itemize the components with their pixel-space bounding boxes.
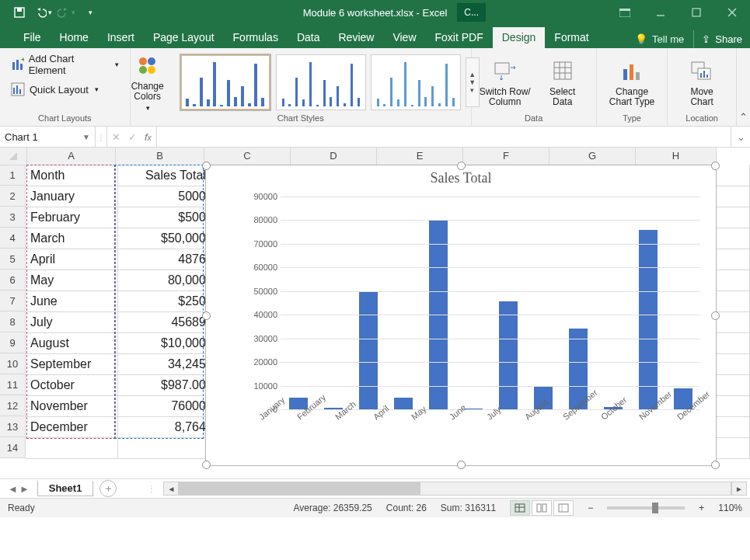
sheet-tab-resize[interactable]: ⋮ xyxy=(148,485,160,493)
cell-B4[interactable]: $50,000 xyxy=(118,228,211,249)
col-header-A[interactable]: A xyxy=(27,148,116,165)
resize-handle-w[interactable] xyxy=(202,311,211,320)
change-chart-type-button[interactable]: Change Chart Type xyxy=(606,57,658,107)
cell-A6[interactable]: May xyxy=(26,270,118,291)
switch-row-column-button[interactable]: Switch Row/ Column xyxy=(480,57,531,107)
select-all-corner[interactable] xyxy=(0,148,27,165)
chart-style-1[interactable] xyxy=(180,54,271,111)
cell-A9[interactable]: August xyxy=(26,332,118,354)
zoom-percent[interactable]: 110% xyxy=(718,503,742,513)
tab-review[interactable]: Review xyxy=(330,27,384,48)
cell-A5[interactable]: April xyxy=(26,249,118,270)
cell-B6[interactable]: 80,000 xyxy=(118,270,211,291)
zoom-out[interactable]: − xyxy=(588,503,593,513)
cell-B12[interactable]: 76000 xyxy=(118,395,211,417)
chevron-down-icon[interactable]: ▼ xyxy=(82,133,90,141)
cell-B14[interactable] xyxy=(118,437,211,459)
ribbon-display-options-icon[interactable] xyxy=(607,0,643,25)
change-colors-button[interactable]: Change Colors▾ xyxy=(122,52,173,113)
row-header-3[interactable]: 3 xyxy=(0,207,26,228)
cell-B7[interactable]: $250 xyxy=(118,290,211,312)
row-header-13[interactable]: 13 xyxy=(0,416,26,437)
quick-layout-button[interactable]: Quick Layout▾ xyxy=(8,81,102,98)
tab-page-layout[interactable]: Page Layout xyxy=(144,27,224,48)
chart-bar-july[interactable] xyxy=(499,301,518,409)
select-data-button[interactable]: Select Data xyxy=(537,57,588,107)
cell-A2[interactable]: January xyxy=(26,186,118,207)
tell-me[interactable]: 💡Tell me xyxy=(627,30,692,48)
resize-handle-n[interactable] xyxy=(457,162,466,170)
cell-B3[interactable]: $500 xyxy=(118,207,211,228)
hscroll-thumb[interactable] xyxy=(180,482,420,495)
view-normal[interactable] xyxy=(510,500,530,516)
name-box[interactable]: Chart 1▼ xyxy=(0,127,96,147)
resize-handle-e[interactable] xyxy=(711,311,720,320)
embedded-chart[interactable]: Sales Total 0100002000030000400005000060… xyxy=(205,165,717,466)
save-icon[interactable] xyxy=(9,2,30,23)
cell-A13[interactable]: December xyxy=(26,416,118,438)
row-header-5[interactable]: 5 xyxy=(0,249,26,270)
col-header-D[interactable]: D xyxy=(291,148,377,165)
zoom-slider-knob[interactable] xyxy=(652,503,658,513)
share-button[interactable]: ⇪Share xyxy=(693,30,750,48)
cancel-formula-icon[interactable]: ✕ xyxy=(112,131,120,143)
sheet-nav-prev[interactable]: ◄ xyxy=(8,483,18,495)
cell-A3[interactable]: February xyxy=(26,207,118,228)
cell-B9[interactable]: $10,000 xyxy=(118,332,211,354)
formula-bar-expand[interactable]: ⌄ xyxy=(731,127,750,147)
cell-A14[interactable] xyxy=(26,437,118,459)
formula-bar-input[interactable] xyxy=(157,127,731,147)
tab-foxit-pdf[interactable]: Foxit PDF xyxy=(426,27,493,48)
cell-B13[interactable]: 8,764 xyxy=(118,416,211,438)
cell-B10[interactable]: 34,245 xyxy=(118,353,211,375)
col-header-H[interactable]: H xyxy=(636,148,717,165)
col-header-B[interactable]: B xyxy=(116,148,204,165)
tab-formulas[interactable]: Formulas xyxy=(224,27,288,48)
row-header-10[interactable]: 10 xyxy=(0,353,26,374)
col-header-C[interactable]: C xyxy=(204,148,291,165)
tab-data[interactable]: Data xyxy=(288,27,330,48)
chart-bar-march[interactable] xyxy=(359,291,378,409)
row-header-4[interactable]: 4 xyxy=(0,228,26,249)
cell-B1[interactable]: Sales Total xyxy=(118,165,211,186)
hscroll-right[interactable]: ► xyxy=(731,482,747,496)
row-header-1[interactable]: 1 xyxy=(0,165,26,186)
contextual-tab-chart-tools[interactable]: C... xyxy=(457,3,486,22)
sheet-tab-sheet1[interactable]: Sheet1 xyxy=(37,481,94,496)
cell-A10[interactable]: September xyxy=(26,353,118,375)
cell-A4[interactable]: March xyxy=(26,228,118,249)
resize-handle-nw[interactable] xyxy=(202,162,211,170)
tab-file[interactable]: File xyxy=(14,27,51,48)
add-chart-element-button[interactable]: +Add Chart Element▾ xyxy=(8,51,122,78)
col-header-G[interactable]: G xyxy=(549,148,636,165)
resize-handle-ne[interactable] xyxy=(711,162,720,170)
cell-A12[interactable]: November xyxy=(26,395,118,417)
add-sheet-button[interactable]: ＋ xyxy=(99,480,117,497)
enter-formula-icon[interactable]: ✓ xyxy=(128,131,137,143)
minimize-button[interactable] xyxy=(643,0,678,25)
resize-handle-se[interactable] xyxy=(711,461,720,469)
view-page-layout[interactable] xyxy=(532,500,552,516)
move-chart-button[interactable]: Move Chart xyxy=(676,57,727,107)
cell-B2[interactable]: 5000 xyxy=(118,186,211,207)
tab-view[interactable]: View xyxy=(383,27,425,48)
cell-A7[interactable]: June xyxy=(26,290,118,312)
close-button[interactable] xyxy=(714,0,750,25)
row-header-7[interactable]: 7 xyxy=(0,290,26,311)
hscroll-track[interactable] xyxy=(179,482,731,496)
row-header-6[interactable]: 6 xyxy=(0,270,26,290)
resize-handle-sw[interactable] xyxy=(202,461,211,469)
maximize-button[interactable] xyxy=(678,0,714,25)
cell-B5[interactable]: 4876 xyxy=(118,249,211,270)
sheet-nav-next[interactable]: ► xyxy=(19,483,30,495)
cell-A1[interactable]: Month xyxy=(26,165,118,186)
cell-B11[interactable]: $987.00 xyxy=(118,374,211,396)
row-header-14[interactable]: 14 xyxy=(0,437,26,458)
hscroll-left[interactable]: ◄ xyxy=(163,482,179,496)
insert-function-button[interactable]: fx xyxy=(145,131,152,143)
row-header-8[interactable]: 8 xyxy=(0,311,26,332)
tab-insert[interactable]: Insert xyxy=(98,27,144,48)
chart-bar-november[interactable] xyxy=(639,230,658,409)
chart-style-3[interactable] xyxy=(371,54,461,110)
row-header-12[interactable]: 12 xyxy=(0,395,26,416)
